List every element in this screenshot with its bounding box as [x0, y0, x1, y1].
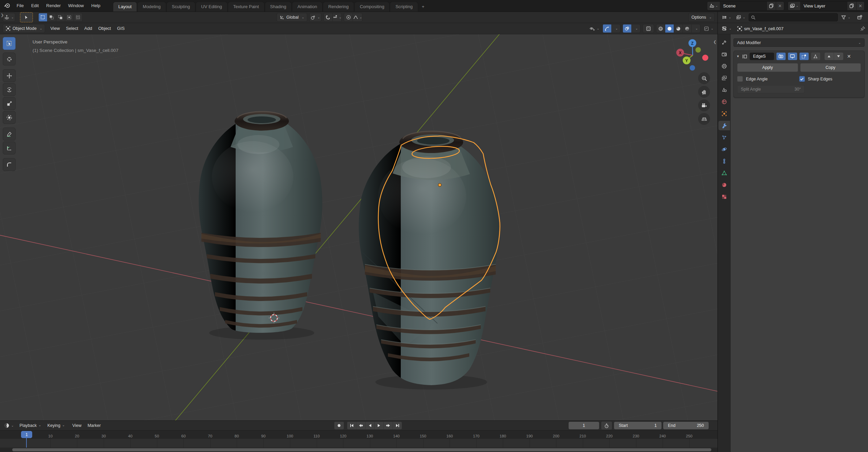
- tab-material[interactable]: [718, 180, 730, 190]
- select-mode-extend-button[interactable]: [47, 13, 56, 21]
- tab-tool[interactable]: [718, 38, 730, 47]
- view-layer-name[interactable]: View Layer: [800, 2, 847, 10]
- topbar-menu[interactable]: Window: [64, 0, 87, 12]
- viewport-menu[interactable]: Select: [63, 23, 81, 34]
- overlays-toggle[interactable]: [623, 24, 632, 33]
- timeline-scrollbar[interactable]: [12, 448, 711, 451]
- modifier-realtime-toggle[interactable]: [788, 53, 797, 60]
- modifier-cage-toggle[interactable]: [811, 53, 820, 60]
- mode-selector[interactable]: Object Mode ⌄: [3, 24, 45, 33]
- tool-annotate[interactable]: [3, 128, 16, 140]
- select-mode-invert-button[interactable]: [65, 13, 74, 21]
- modifier-name-field[interactable]: EdgeS: [750, 53, 774, 60]
- properties-editor-type-button[interactable]: ⌄: [721, 24, 733, 33]
- overlays-dropdown[interactable]: ⌄: [632, 24, 640, 33]
- shading-material-button[interactable]: [674, 24, 683, 33]
- tool-add-corner[interactable]: [3, 158, 16, 171]
- topbar-menu[interactable]: Help: [87, 0, 104, 12]
- gizmo-z-ball[interactable]: Z: [691, 41, 693, 46]
- 3d-viewport[interactable]: User Perspective (1) Scene Collection | …: [0, 34, 717, 420]
- workspace-tab[interactable]: Modeling: [137, 2, 166, 12]
- workspace-tab[interactable]: Animation: [292, 2, 322, 12]
- split-angle-slider[interactable]: Split Angle 30°: [737, 85, 805, 93]
- options-dropdown[interactable]: Options ⌄: [688, 13, 715, 22]
- workspace-tab[interactable]: Scripting: [390, 2, 418, 12]
- tab-object[interactable]: [718, 109, 730, 118]
- shading-rendered-button[interactable]: [683, 24, 692, 33]
- shading-wireframe-button[interactable]: [656, 24, 665, 33]
- zoom-button[interactable]: [698, 72, 710, 84]
- timeline-menu[interactable]: Keying: [44, 421, 68, 431]
- tab-render[interactable]: [718, 50, 730, 59]
- new-collection-button[interactable]: [854, 13, 865, 22]
- tool-cursor[interactable]: [3, 53, 16, 65]
- pivot-point-dropdown[interactable]: ⌄: [309, 13, 321, 22]
- play-button[interactable]: [375, 422, 384, 429]
- shading-dropdown[interactable]: ⌄: [692, 24, 700, 33]
- proportional-falloff-dropdown[interactable]: ⌄: [353, 13, 362, 21]
- playhead[interactable]: 1: [21, 431, 32, 438]
- view-layer-remove-icon[interactable]: ✕: [856, 2, 864, 10]
- modifier-delete-button[interactable]: ✕: [847, 54, 851, 59]
- editor-type-3dview-button[interactable]: ⌄: [3, 13, 15, 22]
- tab-view-layer[interactable]: [718, 73, 730, 83]
- outliner-search-input[interactable]: [757, 15, 835, 20]
- prev-keyframe-button[interactable]: [356, 422, 366, 429]
- play-reverse-button[interactable]: [366, 422, 375, 429]
- tab-texture[interactable]: [718, 192, 730, 202]
- outliner-search[interactable]: [749, 13, 838, 21]
- frame-end-field[interactable]: End 250: [663, 422, 709, 429]
- scene-browse-icon[interactable]: ⌄: [707, 2, 720, 10]
- viewport-shading-options-dropdown[interactable]: ⌄: [703, 24, 715, 33]
- copy-button[interactable]: Copy: [800, 63, 861, 72]
- viewport-menu[interactable]: GIS: [114, 23, 127, 34]
- gizmo-y-neg-ball[interactable]: [695, 47, 701, 53]
- select-mode-new-button[interactable]: [39, 13, 47, 21]
- jump-to-end-button[interactable]: [393, 422, 402, 429]
- workspace-tab[interactable]: UV Editing: [196, 2, 227, 12]
- proportional-edit-toggle[interactable]: [344, 13, 353, 21]
- gizmo-y-ball[interactable]: Y: [685, 58, 688, 63]
- timeline-editor-type-button[interactable]: ⌄: [3, 421, 15, 430]
- panel-expand-arrow-icon[interactable]: ▼: [736, 55, 739, 58]
- workspace-tab[interactable]: Sculpting: [166, 2, 195, 12]
- workspace-tab[interactable]: Texture Paint: [228, 2, 264, 12]
- modifier-move-down-button[interactable]: [834, 53, 843, 60]
- tab-modifiers[interactable]: [718, 121, 730, 130]
- gizmo-x-ball[interactable]: X: [679, 51, 682, 55]
- select-mode-intersect-button[interactable]: [74, 13, 82, 21]
- view-layer-new-icon[interactable]: [847, 2, 856, 10]
- gizmo-z-neg-ball[interactable]: [690, 65, 695, 71]
- scene-unlink-icon[interactable]: ✕: [776, 2, 784, 10]
- next-keyframe-button[interactable]: [384, 422, 393, 429]
- auto-keyframe-button[interactable]: [334, 421, 344, 430]
- outliner-display-mode-button[interactable]: ⌄: [735, 13, 747, 22]
- timeline-track[interactable]: [0, 439, 717, 448]
- viewport-menu[interactable]: Add: [81, 23, 95, 34]
- active-tool-box-select-button[interactable]: [20, 12, 33, 22]
- tool-rotate[interactable]: [3, 83, 16, 96]
- workspace-tab[interactable]: Compositing: [354, 2, 390, 12]
- pin-icon[interactable]: [860, 26, 865, 31]
- tab-output[interactable]: [718, 61, 730, 71]
- tab-world[interactable]: [718, 97, 730, 107]
- viewport-menu[interactable]: View: [47, 23, 63, 34]
- gizmos-toggle[interactable]: [603, 24, 612, 33]
- tool-move[interactable]: [3, 69, 16, 82]
- workspace-tab[interactable]: Rendering: [323, 2, 354, 12]
- modifier-move-up-button[interactable]: [825, 53, 834, 60]
- tab-constraints[interactable]: [718, 156, 730, 166]
- transform-orientation-dropdown[interactable]: Global ⌄: [277, 13, 308, 22]
- object-visibility-dropdown[interactable]: ⌄: [588, 24, 601, 33]
- edge-angle-checkbox[interactable]: [737, 76, 743, 82]
- tool-measure[interactable]: [3, 142, 16, 154]
- workspace-tab[interactable]: Layout: [113, 2, 137, 12]
- timeline-ruler[interactable]: 1 10203040506070809010011012013014015016…: [0, 430, 717, 439]
- scene-name[interactable]: Scene: [720, 2, 767, 10]
- timeline-menu[interactable]: Playback: [17, 421, 44, 431]
- gizmo-x-neg-ball[interactable]: [702, 55, 708, 61]
- scene-new-icon[interactable]: [767, 2, 776, 10]
- view-layer-browse-icon[interactable]: ⌄: [788, 2, 801, 10]
- camera-view-button[interactable]: [698, 99, 710, 111]
- tool-transform[interactable]: [3, 111, 16, 124]
